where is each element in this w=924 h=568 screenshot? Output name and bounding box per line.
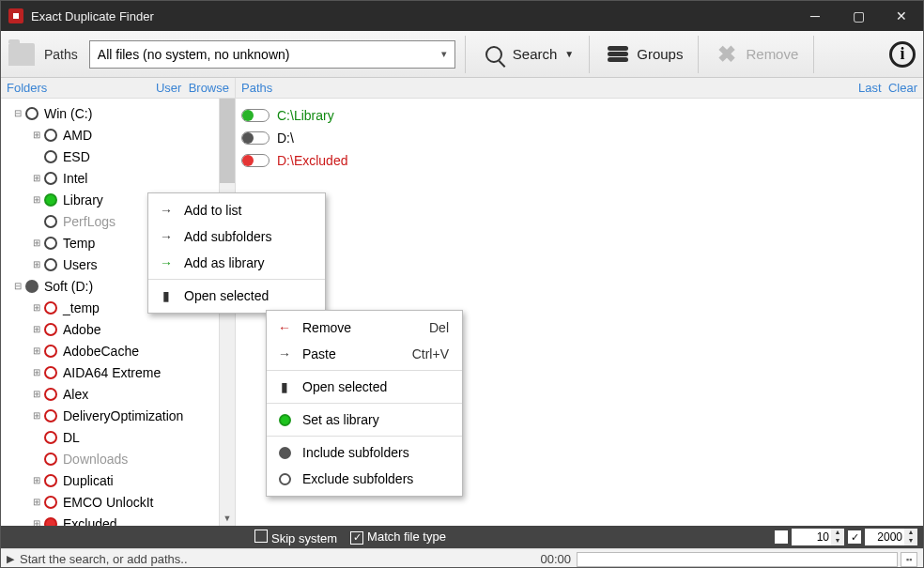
scroll-down-icon[interactable]: ▼: [220, 511, 235, 526]
size-max-input[interactable]: 2000▲▼: [865, 529, 917, 545]
arrow-right-icon: →: [158, 255, 175, 270]
last-link[interactable]: Last: [858, 81, 882, 95]
stats-button[interactable]: ▪▪: [901, 552, 917, 567]
folder-icon: ▮: [276, 379, 293, 394]
folders-header: Folders: [7, 81, 47, 95]
chevron-down-icon: ▾: [441, 48, 447, 60]
tree-node-aida[interactable]: ⊞AIDA64 Extreme: [5, 361, 219, 383]
app-icon: [8, 8, 23, 23]
menu-paste[interactable]: →PasteCtrl+V: [267, 341, 462, 367]
arrow-right-icon: →: [158, 203, 175, 218]
tree-node-duplicati[interactable]: ⊞Duplicati: [5, 469, 219, 491]
tree-node-downloads[interactable]: Downloads: [5, 448, 219, 469]
folder-icon: [8, 43, 35, 66]
size-min-input[interactable]: 10▲▼: [792, 529, 844, 545]
arrow-right-icon: →: [276, 346, 293, 361]
filter-value: All files (no system, no unknown): [98, 47, 290, 62]
path-row-excluded[interactable]: D:\Excluded: [241, 149, 917, 172]
toggle-icon[interactable]: [241, 109, 270, 122]
circle-green-icon: [276, 414, 293, 426]
status-bar: ▶ Start the search, or add paths.. 00:00…: [1, 548, 923, 568]
toggle-icon[interactable]: [241, 131, 270, 145]
paths-context-menu: ←RemoveDel →PasteCtrl+V ▮Open selected S…: [266, 310, 463, 497]
path-row-d[interactable]: D:\: [241, 127, 917, 149]
database-icon: [605, 41, 631, 68]
window-title: Exact Duplicate Finder: [31, 9, 154, 23]
menu-include-subfolders[interactable]: Include subfolders: [267, 439, 462, 466]
clear-link[interactable]: Clear: [888, 81, 917, 95]
search-icon: [481, 41, 507, 68]
search-dropdown-arrow[interactable]: ▼: [564, 49, 574, 59]
menu-remove[interactable]: ←RemoveDel: [267, 315, 462, 341]
menu-open-selected[interactable]: ▮Open selected: [148, 283, 325, 309]
tree-node-adobecache[interactable]: ⊞AdobeCache: [5, 340, 219, 361]
menu-add-to-list[interactable]: →Add to list: [148, 197, 325, 223]
tree-node-adobe[interactable]: ⊞Adobe: [5, 318, 219, 340]
play-icon[interactable]: ▶: [7, 553, 14, 565]
skip-system-checkbox[interactable]: Skip system: [254, 530, 337, 545]
filter-dropdown[interactable]: All files (no system, no unknown) ▾: [89, 40, 455, 69]
tree-node-dl[interactable]: DL: [5, 426, 219, 448]
maximize-button[interactable]: ▢: [837, 1, 880, 31]
status-time: 00:00: [540, 552, 571, 566]
path-row-library[interactable]: C:\Library: [241, 104, 917, 127]
tree-node-delivery[interactable]: ⊞DeliveryOptimization: [5, 405, 219, 426]
size-max-checkbox[interactable]: ✓: [848, 530, 861, 544]
menu-add-subfolders[interactable]: →Add subfolders: [148, 223, 325, 250]
titlebar: Exact Duplicate Finder ─ ▢ ✕: [1, 1, 923, 31]
arrow-left-icon: ←: [276, 320, 293, 335]
circle-solid-icon: [276, 447, 293, 459]
options-bar: Skip system ✓Match file type 10▲▼ ✓ 2000…: [1, 526, 923, 548]
tree-node-win[interactable]: ⊟Win (C:): [5, 102, 219, 124]
menu-add-as-library[interactable]: →Add as library: [148, 250, 325, 276]
user-link[interactable]: User: [156, 81, 181, 95]
remove-button[interactable]: ✖ Remove: [708, 41, 804, 68]
x-icon: ✖: [714, 41, 740, 68]
groups-button[interactable]: Groups: [599, 41, 688, 68]
match-file-type-checkbox[interactable]: ✓Match file type: [350, 530, 446, 545]
close-button[interactable]: ✕: [880, 1, 923, 31]
circle-outline-icon: [276, 473, 293, 485]
minimize-button[interactable]: ─: [793, 1, 837, 31]
tree-node-amd[interactable]: ⊞AMD: [5, 124, 219, 146]
folders-context-menu: →Add to list →Add subfolders →Add as lib…: [147, 192, 326, 314]
paths-label: Paths: [44, 47, 78, 62]
tree-node-intel[interactable]: ⊞Intel: [5, 167, 219, 189]
tree-node-emco[interactable]: ⊞EMCO UnlockIt: [5, 491, 219, 513]
status-message: Start the search, or add paths..: [20, 552, 188, 566]
menu-set-as-library[interactable]: Set as library: [267, 407, 462, 433]
tree-node-excluded[interactable]: ⊞Excluded: [5, 513, 219, 526]
progress-bar: [577, 552, 898, 567]
toolbar: Paths All files (no system, no unknown) …: [1, 31, 923, 78]
paths-header: Paths: [241, 81, 272, 95]
tree-node-esd[interactable]: ESD: [5, 146, 219, 167]
arrow-right-icon: →: [158, 229, 175, 244]
browse-link[interactable]: Browse: [189, 81, 229, 95]
search-button[interactable]: Search ▼: [475, 41, 579, 68]
folder-icon: ▮: [158, 288, 175, 303]
tree-node-alex[interactable]: ⊞Alex: [5, 383, 219, 405]
column-headers: Folders User Browse Paths Last Clear: [1, 78, 923, 99]
info-button[interactable]: i: [889, 41, 916, 68]
toggle-icon[interactable]: [241, 154, 270, 167]
size-min-checkbox[interactable]: [775, 530, 788, 544]
scrollbar-thumb[interactable]: [220, 99, 235, 183]
menu-open-selected-2[interactable]: ▮Open selected: [267, 374, 462, 400]
menu-exclude-subfolders[interactable]: Exclude subfolders: [267, 466, 462, 492]
